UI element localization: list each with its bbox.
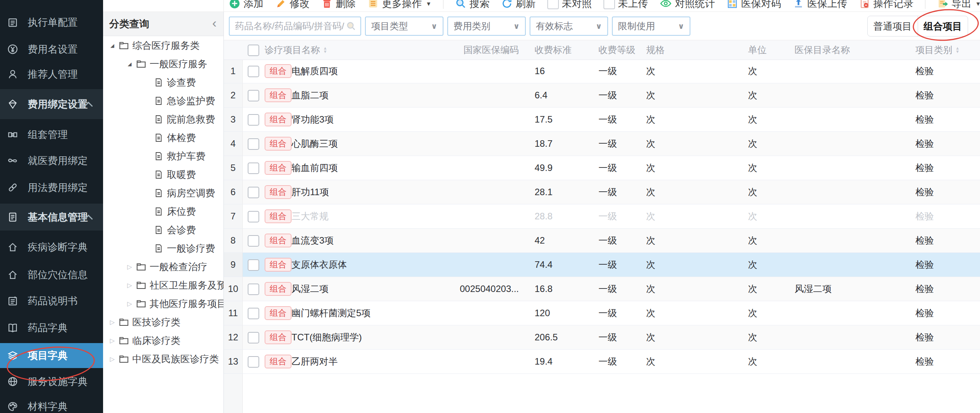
tree-node[interactable]: ▷ 病房空调费 [103,184,223,202]
toolbar-button-未对照[interactable]: 未对照 [547,0,592,10]
toolbar-button-操作记录[interactable]: 操作记录 [859,0,913,10]
tree-expand-icon[interactable]: ▷ [108,355,117,363]
search-input[interactable] [234,20,346,32]
filter-select-项目类型[interactable]: 项目类型∨ [365,17,443,36]
column-header-诊疗项目名称[interactable]: 诊疗项目名称▲▼ [265,40,327,60]
table-row[interactable]: 9 组合 支原体衣原体 74.4 一级 次 次 检验 [224,253,980,277]
row-checkbox[interactable] [248,66,259,77]
table-row[interactable]: 8 组合 血流变3项 42 一级 次 次 检验 [224,229,980,253]
row-checkbox[interactable] [248,114,259,126]
tree-node[interactable]: ▷ 社区卫生服务及预防 [103,276,223,294]
tree-node[interactable]: ▷ 医技诊疗类 [103,313,223,331]
row-checkbox[interactable] [248,356,259,368]
table-row[interactable]: 11 组合 幽门螺杆菌测定5项 120 一级 次 次 检验 [224,301,980,325]
search-box[interactable] [229,17,361,36]
sidebar-item-药品说明书[interactable]: 药品说明书 [0,289,103,313]
sidebar-item-材料字典[interactable]: 材料字典 [0,394,103,413]
toolbar-button-添加[interactable]: 添加 [229,0,263,10]
toolbar-button-更多操作[interactable]: 更多操作 ▼ [367,0,432,10]
table-row[interactable]: 5 组合 输血前四项 49.9 一级 次 次 检验 [224,156,980,180]
row-checkbox[interactable] [248,163,259,174]
sidebar-item-基本信息管理[interactable]: 基本信息管理 [0,204,103,231]
sidebar-item-label: 费用名设置 [28,43,78,56]
toolbar-button-修改[interactable]: 修改 [275,0,310,10]
tree-node[interactable]: ▷ 救护车费 [103,147,223,165]
table-row[interactable]: 13 组合 乙肝两对半 19.4 一级 次 次 检验 [224,350,980,374]
tree-expand-icon[interactable]: ◢ [108,43,117,48]
tree-expand-icon[interactable]: ◢ [125,61,134,67]
row-number: 2 [224,83,243,107]
tree-expand-icon[interactable]: ▷ [108,337,117,344]
sidebar-item-部位穴位信息[interactable]: 部位穴位信息 [0,262,103,287]
table-row[interactable]: 6 组合 肝功11项 28.1 一级 次 次 检验 [224,180,980,204]
table-row[interactable]: 2 组合 血脂二项 6.4 一级 次 次 检验 [224,83,980,108]
sidebar-item-组套管理[interactable]: 组套管理 [0,122,103,147]
filter-select-费用类别[interactable]: 费用类别∨ [447,17,526,36]
collapse-panel-icon[interactable]: ‹ [212,16,217,29]
row-checkbox[interactable] [248,235,259,247]
tree-node[interactable]: ▷ 会诊费 [103,221,223,239]
toolbar-button-刷新[interactable]: 刷新 [501,0,536,10]
sidebar-item-服务设施字典[interactable]: 服务设施字典 [0,369,103,394]
row-checkbox[interactable] [248,308,259,319]
toolbar-button-医保对码[interactable]: 医保对码 [727,0,781,10]
filter-select-有效标志[interactable]: 有效标志∨ [530,17,608,36]
toolbar-button-导出[interactable]: 导出 ▼ [937,0,980,10]
sidebar-item-就医费用绑定[interactable]: 就医费用绑定 [0,148,103,173]
tree-expand-icon[interactable]: ▷ [108,318,117,326]
toolbar-button-对照统计[interactable]: 对照统计 [660,0,715,10]
table-row[interactable]: 4 组合 心肌酶三项 18.7 一级 次 次 检验 [224,132,980,156]
toolbar-button-医保上传[interactable]: 医保上传 [793,0,847,10]
tree-node[interactable]: ▷ 体检费 [103,128,223,147]
tree-node[interactable]: ▷ 其他医疗服务项目 [103,294,223,313]
tree-node[interactable]: ▷ 临床诊疗类 [103,331,223,350]
column-header-项目类别[interactable]: 项目类别▲▼ [915,40,960,60]
tree-node[interactable]: ▷ 一般检查治疗 [103,257,223,276]
tree-node[interactable]: ▷ 院前急救费 [103,110,223,128]
sidebar-item-费用名设置[interactable]: 费用名设置 [0,37,103,61]
sidebar-item-推荐人管理[interactable]: 推荐人管理 [0,62,103,86]
row-checkbox[interactable] [248,332,259,343]
sidebar-item-项目字典[interactable]: 项目字典 [0,343,103,368]
sort-icon[interactable]: ▲▼ [323,46,327,53]
row-checkbox[interactable] [248,90,259,101]
tree-expand-icon[interactable]: ▷ [125,282,134,289]
tree-node[interactable]: ▷ 中医及民族医诊疗类 [103,350,223,368]
tree-node[interactable]: ▷ 一般诊疗费 [103,239,223,257]
search-icon[interactable] [346,21,357,32]
table-row[interactable]: 12 组合 TCT(细胞病理学) 206.5 一级 次 次 检验 [224,325,980,350]
row-checkbox[interactable] [248,187,259,198]
tab-组合项目[interactable]: 组合项目 [918,16,968,36]
tree-node[interactable]: ▷ 急诊监护费 [103,91,223,110]
tree-expand-icon[interactable]: ▷ [125,263,134,270]
sort-icon[interactable]: ▲▼ [955,46,960,53]
sidebar-item-费用绑定设置[interactable]: 费用绑定设置 [0,89,103,119]
tab-普通项目[interactable]: 普通项目 [868,16,918,36]
tree-node[interactable]: ◢ 综合医疗服务类 [103,36,223,55]
tree-node[interactable]: ▷ 取暖费 [103,165,223,184]
table-row[interactable]: 3 组合 肾功能3项 17.5 一级 次 次 检验 [224,108,980,132]
row-checkbox[interactable] [248,259,259,271]
row-checkbox[interactable] [248,211,259,222]
tree-expand-icon[interactable]: ▷ [125,300,134,307]
sidebar-item-药品字典[interactable]: 药品字典 [0,315,103,340]
tree-node[interactable]: ▷ 床位费 [103,202,223,221]
table-row[interactable]: 10 组合 风湿二项 0025040203... 16.8 一级 次 次 风湿二… [224,277,980,301]
table-row[interactable]: 1 组合 电解质四项 16 一级 次 次 检验 [224,59,980,83]
toolbar-button-搜索[interactable]: 搜索 [455,0,490,10]
tree-node[interactable]: ▷ 诊查费 [103,73,223,91]
cell-item-name: 血脂二项 [292,83,442,107]
select-all-checkbox[interactable] [248,45,259,56]
checkbox-未对照[interactable] [547,0,559,9]
table-row[interactable]: 7 组合 三大常规 28.8 一级 次 次 检验 [224,204,980,229]
checkbox-未上传[interactable] [603,0,615,9]
filter-select-限制使用[interactable]: 限制使用∨ [612,17,690,36]
sidebar-item-疾病诊断字典[interactable]: 疾病诊断字典 [0,235,103,259]
row-checkbox[interactable] [248,284,259,295]
row-checkbox[interactable] [248,138,259,150]
sidebar-item-用法费用绑定[interactable]: 用法费用绑定 [0,175,103,200]
sidebar-item-执行单配置[interactable]: 执行单配置 [0,10,103,35]
tree-node[interactable]: ◢ 一般医疗服务 [103,55,223,73]
toolbar-button-未上传[interactable]: 未上传 [603,0,648,10]
toolbar-button-删除[interactable]: 删除 [321,0,356,10]
